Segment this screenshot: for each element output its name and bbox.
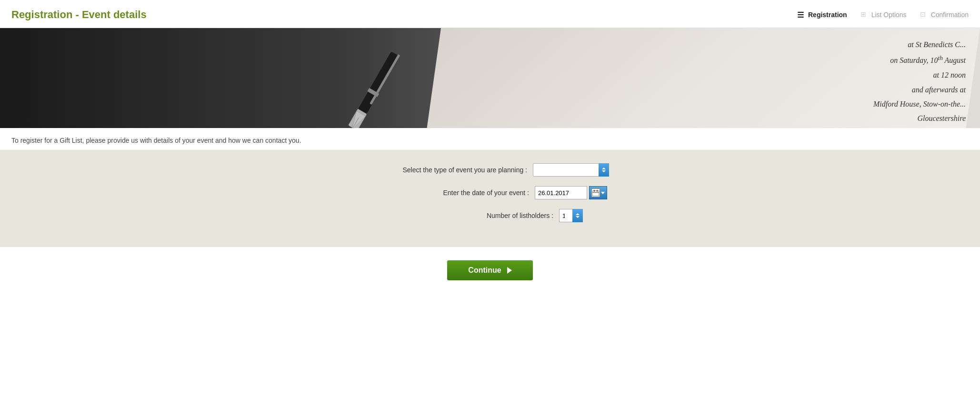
event-type-control: Wedding Birthday Anniversary Christmas O…: [533, 163, 609, 177]
nav-step-confirmation[interactable]: Confirmation: [920, 10, 969, 19]
nav-step-registration[interactable]: Registration: [797, 10, 847, 19]
svg-rect-7: [592, 191, 599, 196]
nav-steps: Registration List Options Confirmation: [797, 10, 969, 19]
grid-icon: [860, 10, 869, 19]
date-label: Enter the date of your event :: [373, 189, 535, 197]
continue-button[interactable]: Continue: [447, 260, 533, 280]
date-control: [535, 186, 607, 199]
date-input[interactable]: [535, 186, 587, 199]
number-spinner: [572, 209, 583, 222]
listholders-input-wrapper[interactable]: [559, 209, 583, 222]
listholders-control: [559, 209, 583, 222]
page-header: Registration - Event details Registratio…: [0, 0, 980, 28]
listholders-row: Number of listholders :: [11, 209, 969, 222]
continue-label: Continue: [468, 266, 501, 275]
nav-step-list-options[interactable]: List Options: [860, 10, 907, 19]
form-section: Select the type of event you are plannin…: [0, 150, 980, 247]
check-icon: [920, 10, 929, 19]
calendar-icon: [591, 188, 600, 197]
event-type-select-wrapper[interactable]: Wedding Birthday Anniversary Christmas O…: [533, 163, 609, 177]
banner-dark: [0, 28, 490, 128]
event-type-label: Select the type of event you are plannin…: [371, 166, 533, 174]
date-dropdown-arrow-icon: [601, 192, 605, 194]
date-row: Enter the date of your event :: [11, 186, 969, 199]
nav-step-label-registration: Registration: [808, 11, 847, 19]
date-picker-button[interactable]: [589, 186, 607, 199]
instruction-text: To register for a Gift List, please prov…: [0, 128, 980, 150]
svg-rect-9: [594, 190, 595, 192]
nav-step-label-confirmation: Confirmation: [931, 11, 969, 19]
svg-rect-10: [597, 190, 598, 192]
event-type-row: Select the type of event you are plannin…: [11, 163, 969, 177]
listholders-label: Number of listholders :: [397, 212, 559, 219]
button-row: Continue: [0, 247, 980, 294]
banner-image: at St Benedicts C... on Saturday, 10th A…: [0, 28, 980, 128]
continue-arrow-icon: [507, 267, 512, 274]
spinner-down-icon[interactable]: [576, 216, 580, 218]
nav-step-label-list-options: List Options: [871, 11, 907, 19]
svg-rect-0: [358, 51, 400, 114]
page-title: Registration - Event details: [11, 9, 147, 21]
spinner-up-icon[interactable]: [576, 213, 580, 215]
cursive-text: at St Benedicts C... on Saturday, 10th A…: [873, 38, 966, 128]
svg-rect-8: [592, 192, 599, 193]
event-type-select[interactable]: Wedding Birthday Anniversary Christmas O…: [533, 163, 609, 177]
list-icon: [797, 10, 806, 19]
